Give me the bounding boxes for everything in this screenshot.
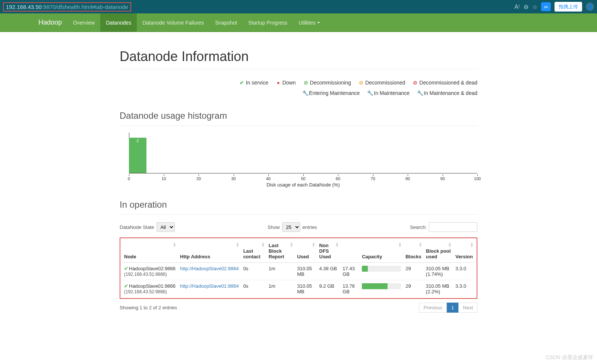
tick-20: 20 (196, 176, 201, 181)
last-block-report-cell: 1m (266, 280, 295, 298)
status-icon: ✔ (124, 266, 128, 271)
http-cell: http://HadoopSlave02:9864 (178, 263, 241, 280)
histogram-heading: Datanode usage histogram (120, 111, 477, 121)
upload-button[interactable]: 拖拽上传 (555, 2, 582, 12)
col-node[interactable]: Node▲▼ (122, 240, 178, 263)
address-bar[interactable]: 192.168.43.50:9870/dfshealth.html#tab-da… (3, 2, 131, 12)
x-axis (129, 173, 477, 173)
tick-10: 10 (161, 176, 166, 181)
col-last-contact[interactable]: Last contact▲▼ (241, 240, 266, 263)
nav-datanode-volume-failures[interactable]: Datanode Volume Failures (137, 13, 209, 32)
legend-in-service: ✔In service (239, 77, 268, 88)
state-select[interactable]: All (157, 222, 175, 232)
node-cell: ✔HadoopSlave02:9866(192.168.43.51:9866) (122, 263, 178, 280)
col-block-pool-used[interactable]: Block pool used▲▼ (424, 240, 453, 263)
legend-decommissioned: ⊘Decommissioned (358, 77, 405, 88)
navbar: Hadoop OverviewDatanodesDatanode Volume … (0, 13, 597, 32)
divider (120, 125, 477, 126)
col-spacer (340, 240, 360, 263)
cloud-icon[interactable]: ∞ (541, 2, 551, 11)
http-link[interactable]: http://HadoopSlave02:9864 (180, 266, 239, 271)
nav-datanodes[interactable]: Datanodes (100, 13, 137, 32)
state-label: DataNode State (120, 224, 154, 230)
nondfs-cell: 9.2 GB (317, 280, 341, 298)
col-capacity[interactable]: Capacity▲▼ (360, 240, 403, 263)
capacity-cell (360, 280, 403, 298)
pool-used-cell: 310.05 MB (2.2%) (424, 280, 453, 298)
table-row: ✔HadoopSlave02:9866(192.168.43.51:9866)h… (122, 263, 475, 280)
entries-select[interactable]: 25 (282, 222, 300, 232)
legend-entering-maintenance: 🔧Entering Maintenance (302, 88, 360, 98)
legend-decommissioning: ⊘Decommissioning (303, 77, 351, 88)
url-host: 192.168.43.50 (6, 4, 42, 10)
bar-label: 2 (129, 138, 146, 143)
pool-used-cell: 310.05 MB (1.74%) (424, 263, 453, 280)
divider (120, 69, 477, 69)
version-cell: 3.3.0 (453, 263, 475, 280)
col-blocks[interactable]: Blocks▲▼ (403, 240, 424, 263)
favorite-icon[interactable]: ☆ (532, 3, 537, 10)
nav-snapshot[interactable]: Snapshot (209, 13, 243, 32)
prev-button[interactable]: Previous (419, 303, 447, 313)
entries-label: entries (303, 224, 317, 230)
tick-90: 90 (440, 176, 445, 181)
tick-40: 40 (266, 176, 271, 181)
nondfs-cell: 4.38 GB (317, 263, 341, 280)
col-http-address[interactable]: Http Address▲▼ (178, 240, 241, 263)
nav-startup-progress[interactable]: Startup Progress (243, 13, 293, 32)
tick-70: 70 (370, 176, 375, 181)
page-1-button[interactable]: 1 (447, 303, 458, 313)
legend-in-maintenance: 🔧In Maintenance (367, 88, 410, 98)
last-contact-cell: 0s (241, 263, 266, 280)
pagination: Previous 1 Next (419, 303, 477, 313)
avatar[interactable]: 👤 (586, 3, 594, 11)
table-controls: DataNode State All Show 25 entries Searc… (120, 222, 477, 232)
legend-decommissioned-dead: ⊘Decommissioned & dead (413, 77, 477, 88)
capacity-cell (360, 263, 403, 280)
table-row: ✔HadoopSlave01:9866(192.168.43.52:9866)h… (122, 280, 475, 298)
legend-in-maintenance-dead: 🔧In Maintenance & dead (417, 88, 477, 98)
version-cell: 3.3.0 (453, 280, 475, 298)
tick-100: 100 (474, 176, 481, 181)
status-icon: ✔ (124, 283, 128, 289)
col-non-dfs-used[interactable]: Non DFS Used▲▼ (317, 240, 341, 263)
zoom-icon[interactable]: ⊖ (524, 3, 528, 10)
legend-down: ●Down (276, 77, 296, 88)
capacity-bar (362, 266, 401, 272)
col-version[interactable]: Version▲▼ (453, 240, 475, 263)
usage-histogram-chart: Disk usage of each DataNode (%) 01020304… (129, 132, 477, 181)
divider (120, 214, 477, 215)
total-cell: 17.43 GB (340, 263, 360, 280)
nav-overview[interactable]: Overview (67, 13, 100, 32)
page-title: Datanode Information (120, 49, 477, 64)
http-link[interactable]: http://HadoopSlave01:9864 (180, 283, 239, 289)
tick-50: 50 (301, 176, 305, 181)
next-button[interactable]: Next (458, 303, 477, 313)
nav-utilities[interactable]: Utilities (293, 13, 325, 32)
datanode-table: Node▲▼Http Address▲▼Last contact▲▼Last B… (122, 240, 475, 297)
x-axis-label: Disk usage of each DataNode (%) (129, 182, 477, 188)
capacity-bar (362, 283, 401, 289)
node-cell: ✔HadoopSlave01:9866(192.168.43.52:9866) (122, 280, 178, 298)
read-aloud-icon[interactable]: A⁾ (514, 3, 520, 10)
last-contact-cell: 0s (241, 280, 266, 298)
tick-80: 80 (405, 176, 410, 181)
http-cell: http://HadoopSlave01:9864 (178, 280, 241, 298)
tick-60: 60 (336, 176, 340, 181)
browser-toolbar: A⁾ ⊖ ☆ ∞ 拖拽上传 👤 (514, 2, 594, 12)
brand[interactable]: Hadoop (33, 13, 67, 32)
col-last-block-report[interactable]: Last Block Report▲▼ (266, 240, 295, 263)
show-label: Show (268, 224, 280, 230)
col-used[interactable]: Used▲▼ (295, 240, 317, 263)
tick-30: 30 (231, 176, 236, 181)
table-info: Showing 1 to 2 of 2 entries (120, 305, 177, 310)
last-block-report-cell: 1m (266, 263, 295, 280)
url-path: :9870/dfshealth.html#tab-datanode (42, 4, 128, 10)
total-cell: 13.76 GB (340, 280, 360, 298)
tick-0: 0 (128, 176, 130, 181)
used-cell: 310.05 MB (295, 280, 317, 298)
search-input[interactable] (429, 222, 477, 232)
used-cell: 310.05 MB (295, 263, 317, 280)
in-operation-heading: In operation (120, 199, 477, 210)
blocks-cell: 29 (403, 263, 424, 280)
